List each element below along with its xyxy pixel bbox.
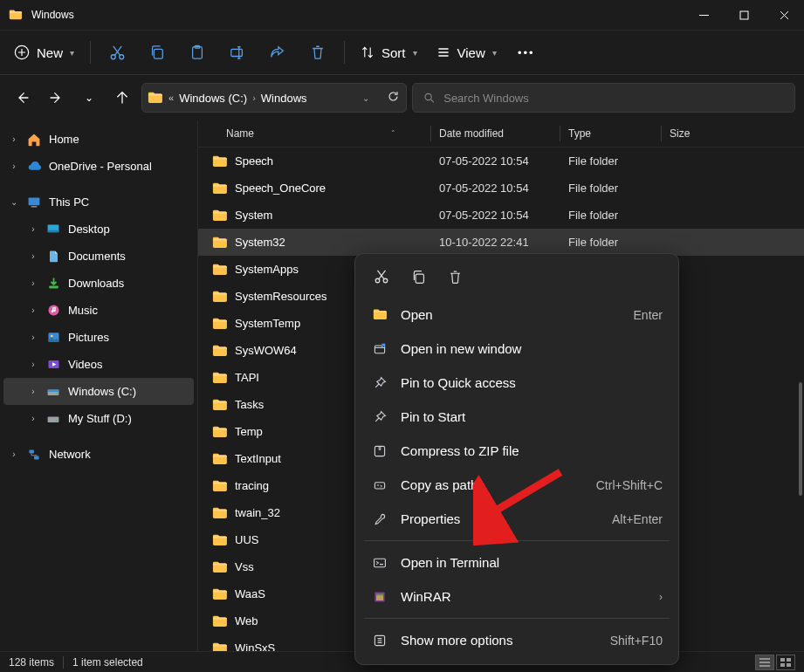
file-type: File folder (560, 236, 661, 249)
folder-icon (212, 451, 228, 467)
ctx-open[interactable]: Open Enter (359, 298, 675, 332)
svg-rect-19 (48, 389, 59, 391)
table-row[interactable]: System07-05-2022 10:54File folder (198, 202, 804, 229)
sidebar-label: My Stuff (D:) (68, 412, 132, 425)
column-name[interactable]: Name ˄ (198, 120, 430, 147)
more-button[interactable]: ••• (509, 36, 544, 69)
ctx-zip[interactable]: Compress to ZIP file (359, 434, 675, 468)
search-bar[interactable] (412, 83, 795, 113)
cut-button[interactable] (100, 36, 134, 69)
details-view-button[interactable] (755, 655, 774, 670)
column-size[interactable]: Size (661, 120, 739, 147)
sidebar-item-onedrive[interactable]: › OneDrive - Personal (3, 153, 194, 180)
sidebar-item-documents[interactable]: › Documents (3, 243, 194, 270)
sidebar-item-downloads[interactable]: › Downloads (3, 270, 194, 297)
delete-button[interactable] (300, 36, 335, 69)
list-icon (759, 658, 770, 667)
ctx-pin-quick[interactable]: Pin to Quick access (359, 366, 675, 400)
ctx-delete-button[interactable] (439, 263, 471, 291)
up-button[interactable] (108, 82, 136, 113)
paste-button[interactable] (180, 36, 215, 69)
ctx-terminal[interactable]: Open in Terminal (359, 545, 675, 579)
copy-button[interactable] (140, 36, 175, 69)
sidebar-label: Music (68, 304, 98, 317)
chevron-right-icon[interactable]: › (28, 333, 38, 342)
chevron-right-icon[interactable]: › (28, 224, 38, 234)
share-button[interactable] (260, 36, 295, 69)
file-name: Web (235, 614, 258, 627)
recent-button[interactable]: ⌄ (75, 82, 103, 113)
file-name: SystemTemp (235, 317, 300, 330)
ctx-properties[interactable]: Properties Alt+Enter (359, 502, 675, 536)
sidebar-item-desktop[interactable]: › Desktop (3, 216, 194, 243)
breadcrumb-drive[interactable]: Windows (C:) (179, 92, 247, 105)
sidebar-item-pictures[interactable]: › Pictures (3, 324, 194, 351)
chevron-down-icon[interactable]: ⌄ (357, 93, 375, 103)
sidebar-item-videos[interactable]: › Videos (3, 351, 194, 378)
copy-path-icon (371, 478, 388, 492)
chevron-right-icon[interactable]: › (28, 278, 38, 288)
svg-point-8 (425, 93, 431, 99)
ctx-pin-start[interactable]: Pin to Start (359, 400, 675, 434)
minimize-button[interactable] (684, 0, 724, 30)
column-type[interactable]: Type (560, 120, 661, 147)
sidebar-label: This PC (49, 195, 89, 209)
ctx-winrar[interactable]: WinRAR › (359, 579, 675, 614)
file-name: WaaS (235, 587, 265, 600)
ctx-copy-path[interactable]: Copy as path Ctrl+Shift+C (359, 468, 675, 502)
sidebar-item-ddrive[interactable]: › My Stuff (D:) (3, 405, 194, 432)
sort-button[interactable]: Sort ▾ (354, 40, 424, 65)
drive-icon (45, 411, 61, 427)
file-name: SystemApps (235, 263, 299, 276)
file-date: 07-05-2022 10:54 (430, 209, 560, 222)
home-icon (26, 132, 42, 147)
chevron-right-icon[interactable]: › (28, 251, 38, 261)
chevron-right-icon[interactable]: › (28, 387, 38, 396)
svg-rect-21 (48, 416, 59, 422)
chevron-right-icon[interactable]: › (28, 305, 38, 315)
sidebar-item-music[interactable]: › Music (3, 297, 194, 324)
close-button[interactable] (764, 0, 804, 30)
sidebar-item-network[interactable]: › Network (3, 441, 194, 468)
ctx-copy-button[interactable] (402, 263, 434, 291)
column-date[interactable]: Date modified (430, 120, 560, 147)
back-button[interactable] (9, 82, 37, 113)
chevron-right-icon[interactable]: › (9, 161, 19, 171)
rename-button[interactable] (220, 36, 255, 69)
refresh-button[interactable] (380, 90, 401, 106)
table-row[interactable]: Speech_OneCore07-05-2022 10:54File folde… (198, 175, 804, 202)
sidebar-item-cdrive[interactable]: › Windows (C:) (3, 378, 194, 405)
chevron-right-icon[interactable]: › (28, 360, 38, 369)
sidebar-item-home[interactable]: › Home (3, 126, 194, 153)
file-name: Speech_OneCore (235, 182, 326, 195)
chevron-right-icon[interactable]: › (9, 134, 19, 144)
new-button[interactable]: New ▾ (7, 39, 81, 65)
scissors-icon (374, 269, 389, 285)
search-input[interactable] (443, 92, 784, 105)
maximize-button[interactable] (724, 0, 764, 30)
address-bar[interactable]: « Windows (C:) › Windows ⌄ (141, 83, 407, 113)
file-date: 07-05-2022 10:54 (430, 154, 560, 168)
cloud-icon (26, 159, 42, 175)
table-row[interactable]: System3210-10-2022 22:41File folder (198, 229, 804, 256)
ctx-cut-button[interactable] (366, 263, 397, 291)
view-label: View (457, 45, 485, 60)
arrow-left-icon (16, 91, 30, 105)
sidebar-item-thispc[interactable]: ⌄ This PC (3, 189, 194, 216)
chevron-down-icon[interactable]: ⌄ (9, 197, 19, 207)
chevron-down-icon: ▾ (70, 48, 74, 58)
scrollbar[interactable] (799, 382, 802, 496)
sort-icon (361, 45, 375, 59)
ctx-more-options[interactable]: Show more options Shift+F10 (359, 623, 675, 657)
forward-button[interactable] (42, 82, 70, 113)
chevron-right-icon[interactable]: › (9, 449, 19, 459)
view-button[interactable]: View ▾ (429, 40, 504, 65)
thumbnails-view-button[interactable] (776, 655, 795, 670)
table-row[interactable]: Speech07-05-2022 10:54File folder (198, 147, 804, 175)
trash-icon (448, 270, 463, 285)
ctx-open-new-window[interactable]: Open in new window (359, 332, 675, 366)
breadcrumb-folder[interactable]: Windows (261, 92, 307, 105)
status-selection: 1 item selected (72, 656, 143, 669)
svg-rect-4 (154, 49, 162, 58)
chevron-right-icon[interactable]: › (28, 414, 38, 423)
